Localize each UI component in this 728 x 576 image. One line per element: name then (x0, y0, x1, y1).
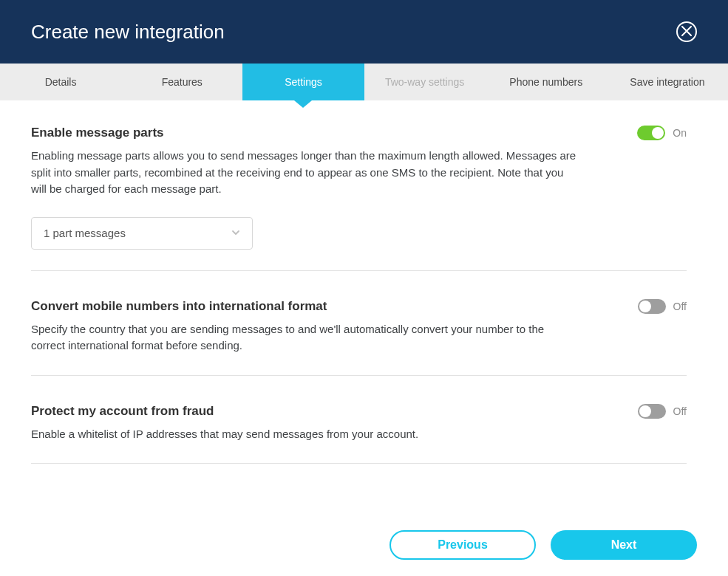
dialog-footer: Previous Next (0, 514, 728, 576)
fraud-toggle-label: Off (673, 405, 687, 417)
tab-settings[interactable]: Settings (242, 64, 364, 100)
fraud-toggle[interactable] (638, 404, 666, 419)
section-convert-numbers: Convert mobile numbers into internationa… (31, 292, 687, 376)
message-parts-toggle[interactable] (637, 126, 665, 140)
convert-numbers-title: Convert mobile numbers into internationa… (31, 299, 578, 314)
fraud-title: Protect my account from fraud (31, 404, 418, 419)
message-parts-title: Enable message parts (31, 126, 578, 140)
convert-numbers-description: Specify the country that you are sending… (31, 321, 578, 354)
message-parts-toggle-label: On (673, 127, 687, 139)
close-icon (681, 26, 692, 38)
close-button[interactable] (676, 21, 697, 42)
message-parts-select-value: 1 part messages (44, 227, 126, 239)
message-parts-select[interactable]: 1 part messages (31, 217, 253, 250)
fraud-description: Enable a whitelist of IP addresses that … (31, 426, 418, 443)
dialog-header: Create new integration (0, 0, 728, 64)
settings-scroll-area[interactable]: Enable message parts Enabling message pa… (31, 118, 697, 514)
tab-details[interactable]: Details (0, 64, 121, 100)
tab-features[interactable]: Features (121, 64, 242, 100)
page-title: Create new integration (31, 21, 225, 44)
convert-numbers-toggle-label: Off (673, 301, 687, 312)
tab-save-integration[interactable]: Save integration (607, 64, 728, 100)
convert-numbers-toggle[interactable] (638, 299, 666, 314)
section-message-parts: Enable message parts Enabling message pa… (31, 118, 687, 271)
previous-button[interactable]: Previous (389, 530, 536, 560)
section-fraud: Protect my account from fraud Enable a w… (31, 397, 687, 464)
chevron-down-icon (231, 227, 240, 240)
message-parts-description: Enabling message parts allows you to sen… (31, 148, 578, 198)
next-button[interactable]: Next (551, 530, 697, 560)
tab-phone-numbers[interactable]: Phone numbers (486, 64, 607, 100)
tab-two-way-settings: Two-way settings (364, 64, 486, 100)
tab-bar: Details Features Settings Two-way settin… (0, 64, 728, 100)
